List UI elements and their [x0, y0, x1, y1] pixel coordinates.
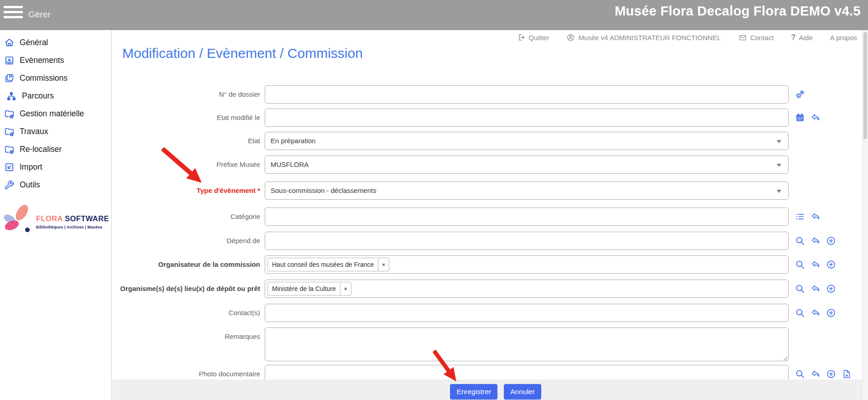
file-plus-icon[interactable] — [842, 369, 852, 379]
plus-circle-icon[interactable] — [826, 369, 836, 379]
field-label: Organisme(s) de(s) lieu(x) de dépôt ou p… — [112, 280, 260, 298]
search-icon[interactable] — [795, 284, 805, 294]
tag-chip: Haut conseil des musées de France × — [267, 258, 389, 271]
page-title: Modification / Evènement / Commission — [122, 46, 363, 61]
folder-globe-icon — [4, 144, 15, 155]
type-evenement-select-value: Sous-commission - déclassements — [271, 182, 376, 199]
sidebar-nav: Général Evènements Commissions Parcours — [0, 30, 111, 194]
question-icon: ? — [791, 33, 795, 42]
sidebar-item-label: Travaux — [20, 127, 48, 136]
plus-circle-icon[interactable] — [826, 260, 836, 270]
field-row-organisme: Organisme(s) de(s) lieu(x) de dépôt ou p… — [112, 280, 868, 298]
undo-icon[interactable] — [810, 260, 821, 270]
folder-globe-icon — [4, 109, 15, 119]
sidebar-item-label: Re-localiser — [20, 145, 62, 154]
etat-select[interactable]: En préparation — [265, 132, 789, 150]
field-label: N° de dossier — [112, 85, 260, 104]
search-icon[interactable] — [795, 236, 805, 246]
categorie-input[interactable] — [265, 208, 789, 226]
remarques-textarea[interactable] — [265, 327, 789, 361]
undo-icon[interactable] — [810, 308, 821, 318]
undo-icon[interactable] — [810, 369, 821, 379]
chevron-down-icon — [777, 164, 781, 167]
organisme-tags-input[interactable]: Ministère de la Culture × — [265, 280, 789, 298]
depend-de-input[interactable] — [265, 232, 789, 250]
tag-remove-button[interactable]: × — [340, 283, 351, 295]
contact-link[interactable]: Contact — [738, 33, 774, 42]
field-label: Contact(s) — [112, 304, 260, 322]
etat-select-value: En préparation — [271, 132, 315, 150]
folder-globe-icon — [4, 126, 15, 137]
search-icon[interactable] — [795, 260, 805, 270]
brand-flora: FLORA — [36, 214, 63, 223]
logout-icon — [517, 33, 525, 42]
search-icon[interactable] — [795, 308, 805, 318]
vertical-scrollbar[interactable] — [862, 30, 868, 400]
gears-icon[interactable] — [795, 89, 805, 99]
undo-icon[interactable] — [810, 212, 821, 222]
aide-link[interactable]: ? Aide — [791, 33, 812, 42]
dossier-input[interactable] — [265, 85, 789, 104]
sidebar-item-parcours[interactable]: Parcours — [0, 87, 111, 105]
quitter-label: Quitter — [528, 34, 549, 42]
search-icon[interactable] — [795, 369, 805, 379]
prefixe-musee-select[interactable]: MUSFLORA — [265, 156, 789, 174]
sidebar-item-travaux[interactable]: Travaux — [0, 123, 111, 140]
sidebar-item-label: Général — [20, 38, 48, 47]
tag-chip: Ministère de la Culture × — [267, 282, 351, 296]
sidebar-item-general[interactable]: Général — [0, 34, 111, 52]
chevron-down-icon — [777, 140, 781, 143]
field-row-type-evenement: Type d'évènement * Sous-commission - déc… — [112, 182, 868, 200]
tray-arrow-down-icon — [4, 55, 15, 66]
import-icon — [4, 162, 15, 173]
undo-icon[interactable] — [810, 284, 821, 294]
apropos-link[interactable]: A propos — [830, 34, 857, 42]
plus-circle-icon[interactable] — [826, 284, 836, 294]
brand-software: SOFTWARE — [65, 214, 109, 223]
user-circle-icon — [566, 33, 575, 42]
undo-icon[interactable] — [810, 236, 821, 246]
field-label-required: Type d'évènement * — [112, 182, 260, 200]
plus-circle-icon[interactable] — [826, 308, 836, 318]
field-row-remarques: Remarques — [112, 327, 868, 361]
plus-circle-icon[interactable] — [826, 236, 836, 246]
sidebar-item-relocaliser[interactable]: Re-localiser — [0, 140, 111, 158]
contacts-input[interactable] — [265, 304, 789, 322]
user-account-link[interactable]: Musée v4 ADMINISTRATEUR FONCTIONNEL — [566, 33, 721, 42]
cancel-button[interactable]: Annuler — [504, 384, 541, 400]
contact-label: Contact — [750, 34, 774, 42]
save-button[interactable]: Enregistrer — [450, 384, 497, 400]
quitter-link[interactable]: Quitter — [517, 33, 549, 42]
field-row-etat: Etat En préparation — [112, 132, 868, 150]
form-footer-bar: Enregistrer Annuler — [112, 379, 868, 400]
organisateur-tags-input[interactable]: Haut conseil des musées de France × — [265, 255, 789, 274]
sidebar-item-label: Gestion matérielle — [20, 109, 84, 119]
etat-modifie-input[interactable] — [265, 109, 789, 127]
sidebar-item-label: Import — [20, 162, 42, 172]
sidebar-item-gestion-materielle[interactable]: Gestion matérielle — [0, 105, 111, 123]
calendar-icon[interactable] — [795, 113, 805, 123]
field-row-depend-de: Dépend de — [112, 232, 868, 250]
field-row-etat-modifie: Etat modifié le — [112, 109, 868, 127]
flora-logo-butterfly — [2, 202, 35, 239]
menu-label[interactable]: Gérer — [28, 10, 51, 20]
user-account-label: Musée v4 ADMINISTRATEUR FONCTIONNEL — [578, 34, 721, 42]
wrench-icon — [4, 180, 15, 191]
sidebar-item-import[interactable]: Import — [0, 158, 111, 176]
sidebar-item-evenements[interactable]: Evènements — [0, 52, 111, 69]
field-row-prefixe: Préfixe Musée MUSFLORA — [112, 156, 868, 174]
hamburger-menu-icon[interactable] — [4, 6, 23, 20]
envelope-icon — [738, 33, 747, 42]
tag-remove-button[interactable]: × — [378, 259, 389, 271]
field-label: Organisateur de la commission — [112, 255, 260, 274]
scrollbar-thumb[interactable] — [863, 32, 867, 139]
undo-icon[interactable] — [810, 113, 821, 123]
sidebar-item-outils[interactable]: Outils — [0, 176, 111, 194]
app-title: Musée Flora Decalog Flora DEMO v4.5 — [615, 4, 861, 19]
type-evenement-select[interactable]: Sous-commission - déclassements — [265, 182, 789, 200]
folders-icon — [4, 73, 15, 84]
list-icon[interactable] — [795, 212, 805, 222]
apropos-label: A propos — [830, 34, 857, 42]
topbar: Quitter Musée v4 ADMINISTRATEUR FONCTION… — [112, 30, 857, 45]
sidebar-item-commissions[interactable]: Commissions — [0, 69, 111, 87]
